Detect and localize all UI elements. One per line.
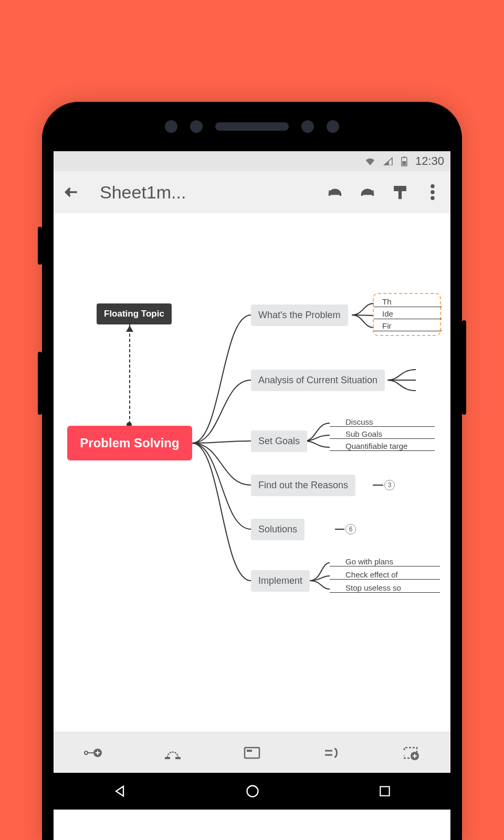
leaf-node[interactable]: Stop useless so: [345, 583, 401, 592]
phone-side-button: [38, 352, 42, 415]
branch-node-analysis[interactable]: Analysis of Current Situation: [251, 370, 385, 391]
status-bar: 12:30: [54, 151, 450, 171]
back-button[interactable]: [62, 183, 81, 202]
leaf-node[interactable]: Sub Goals: [345, 429, 382, 438]
app-screen: 12:30 Sheet1m...: [54, 151, 450, 840]
svg-point-6: [431, 191, 434, 194]
branch-node-reasons[interactable]: Find out the Reasons: [251, 475, 355, 496]
signal-icon: [383, 157, 393, 165]
redo-button[interactable]: [358, 183, 377, 202]
document-title[interactable]: Sheet1m...: [94, 182, 312, 203]
connector-lines: [54, 213, 450, 732]
bottom-toolbar: [54, 732, 450, 773]
undo-button[interactable]: [326, 183, 344, 202]
leaf-underline: [374, 307, 442, 307]
branch-node-goals[interactable]: Set Goals: [251, 430, 307, 452]
svg-point-22: [247, 786, 258, 797]
android-nav-bar: [54, 773, 450, 810]
svg-rect-4: [399, 191, 402, 199]
insert-button[interactable]: [400, 742, 422, 764]
clock-time: 12:30: [415, 154, 444, 168]
app-toolbar: Sheet1m...: [54, 171, 450, 213]
floating-topic-node[interactable]: Floating Topic: [97, 303, 172, 324]
branch-node-solutions[interactable]: Solutions: [251, 519, 304, 540]
fold-indicator[interactable]: 6: [345, 524, 356, 534]
svg-rect-14: [175, 757, 181, 759]
front-sensor: [327, 120, 339, 133]
leaf-node[interactable]: Go with plans: [345, 557, 393, 566]
svg-rect-1: [403, 156, 405, 158]
svg-point-8: [85, 751, 88, 754]
front-camera: [165, 120, 177, 133]
format-button[interactable]: [391, 183, 410, 202]
fold-indicator[interactable]: 3: [384, 480, 395, 490]
relationship-line: [129, 323, 130, 424]
phone-frame: 12:30 Sheet1m...: [42, 102, 462, 840]
branch-node-implement[interactable]: Implement: [251, 570, 310, 592]
more-menu-button[interactable]: [423, 183, 442, 202]
branch-node-problem[interactable]: What's the Problem: [251, 304, 348, 326]
front-camera: [301, 120, 314, 133]
central-topic-node[interactable]: Problem Solving: [67, 426, 192, 460]
leaf-node[interactable]: Ide: [382, 309, 393, 318]
svg-rect-15: [245, 748, 259, 758]
phone-side-button: [462, 320, 466, 415]
leaf-underline: [330, 592, 440, 593]
svg-rect-23: [380, 786, 389, 795]
leaf-node[interactable]: Discuss: [345, 417, 373, 426]
phone-top-bezel: [42, 102, 462, 151]
leaf-underline: [374, 319, 442, 319]
leaf-node[interactable]: Quantifiable targe: [345, 442, 407, 450]
svg-rect-13: [165, 757, 170, 759]
note-button[interactable]: [241, 742, 263, 764]
svg-point-5: [431, 185, 434, 188]
battery-icon: [401, 156, 408, 166]
add-subtopic-button[interactable]: [82, 742, 104, 764]
front-sensor: [190, 120, 203, 133]
leaf-underline: [330, 438, 435, 439]
nav-back-button[interactable]: [112, 784, 127, 799]
leaf-underline: [374, 331, 442, 331]
leaf-node[interactable]: Th: [382, 297, 392, 306]
arrowhead-icon: [126, 326, 133, 332]
leaf-underline: [330, 566, 440, 566]
leaf-node[interactable]: Check effect of: [345, 570, 398, 579]
mindmap-canvas[interactable]: Floating Topic Problem Solving What's th…: [54, 213, 450, 732]
earpiece-speaker: [215, 122, 289, 131]
add-relationship-button[interactable]: [162, 742, 184, 764]
svg-rect-16: [247, 750, 252, 752]
outline-button[interactable]: [320, 742, 342, 764]
svg-point-7: [431, 196, 434, 200]
svg-rect-2: [402, 161, 406, 165]
phone-side-button: [38, 227, 42, 265]
svg-rect-3: [394, 186, 406, 191]
leaf-underline: [330, 426, 435, 427]
leaf-node[interactable]: Fir: [382, 321, 392, 330]
leaf-underline: [330, 579, 440, 580]
wifi-icon: [365, 157, 375, 165]
nav-recents-button[interactable]: [378, 784, 392, 798]
nav-home-button[interactable]: [245, 784, 260, 799]
leaf-underline: [330, 450, 435, 451]
